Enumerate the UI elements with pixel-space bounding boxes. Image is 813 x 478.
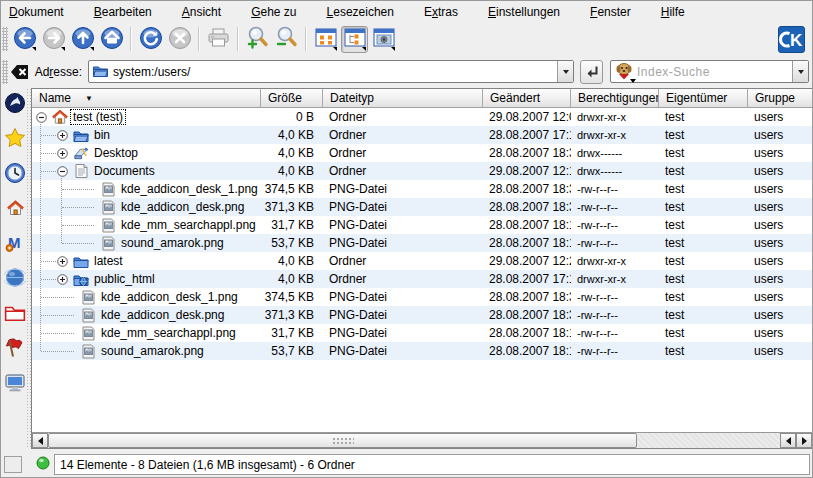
tree-expander-plus[interactable] bbox=[57, 274, 68, 285]
table-row[interactable]: public_html 4,0 KB Ordner 28.08.2007 17:… bbox=[32, 270, 812, 288]
tree-expander-plus[interactable] bbox=[57, 130, 68, 141]
index-search-input[interactable] bbox=[637, 65, 792, 79]
sidebar-tab-services-flag[interactable] bbox=[2, 336, 28, 362]
toolbar-handle[interactable] bbox=[2, 27, 8, 51]
menu-hilfe[interactable]: Hilfe bbox=[661, 3, 698, 21]
location-input[interactable] bbox=[113, 65, 557, 79]
image-file-icon bbox=[100, 217, 116, 233]
table-row[interactable]: kde_addicon_desk.png 371,3 KB PNG-Datei … bbox=[32, 306, 812, 324]
file-type: PNG-Datei bbox=[323, 308, 483, 322]
file-name[interactable]: latest bbox=[92, 254, 125, 268]
scroll-right-button[interactable] bbox=[796, 433, 812, 448]
file-tree-view: Name▼GrößeDateitypGeändertBerechtigungen… bbox=[31, 88, 813, 449]
table-row[interactable]: kde_mm_searchappl.png 31,7 KB PNG-Datei … bbox=[32, 216, 812, 234]
file-group: users bbox=[748, 236, 812, 250]
table-row[interactable]: bin 4,0 KB Ordner 28.08.2007 17:10 drwxr… bbox=[32, 126, 812, 144]
column-header-eigentmer[interactable]: Eigentümer bbox=[659, 89, 748, 108]
horizontal-scrollbar[interactable] bbox=[32, 432, 812, 448]
location-toolbar-handle[interactable] bbox=[2, 60, 8, 84]
back-button[interactable] bbox=[11, 26, 38, 53]
image-file-icon bbox=[80, 289, 96, 305]
sidebar-tab-devices-monitor[interactable] bbox=[2, 371, 28, 397]
sidebar-tab-root-folder[interactable] bbox=[2, 301, 28, 327]
column-header-gre[interactable]: Größe bbox=[261, 89, 323, 108]
column-header-gruppe[interactable]: Gruppe bbox=[748, 89, 813, 108]
sidebar-tab-wolf[interactable] bbox=[2, 91, 28, 117]
file-name[interactable]: kde_addicon_desk_1.png bbox=[119, 182, 260, 196]
tree-expander-plus[interactable] bbox=[57, 148, 68, 159]
search-combo-arrow[interactable] bbox=[792, 61, 808, 82]
file-name[interactable]: kde_addicon_desk.png bbox=[99, 308, 226, 322]
konqueror-window: DokumentBearbeitenAnsichtGehe zuLesezeic… bbox=[0, 0, 813, 478]
scrollbar-track[interactable] bbox=[637, 433, 780, 448]
clear-location-button[interactable] bbox=[10, 61, 31, 83]
sidebar-tab-metabar[interactable]: M bbox=[2, 231, 28, 257]
reload-button[interactable] bbox=[137, 26, 164, 53]
table-row[interactable]: kde_addicon_desk.png 371,3 KB PNG-Datei … bbox=[32, 198, 812, 216]
table-row[interactable]: kde_addicon_desk_1.png 374,5 KB PNG-Date… bbox=[32, 288, 812, 306]
tree-expander-minus[interactable] bbox=[57, 166, 68, 177]
tree-expander-plus[interactable] bbox=[57, 256, 68, 267]
image-file-icon bbox=[80, 343, 96, 359]
scrollbar-thumb[interactable] bbox=[48, 433, 637, 448]
file-name[interactable]: kde_mm_searchappl.png bbox=[99, 326, 238, 340]
file-name[interactable]: Documents bbox=[92, 164, 157, 178]
file-name[interactable]: kde_addicon_desk_1.png bbox=[99, 290, 240, 304]
column-header-berechtigungen[interactable]: Berechtigungen bbox=[571, 89, 659, 108]
zoom-out-icon bbox=[274, 25, 300, 53]
table-row[interactable]: kde_addicon_desk_1.png 374,5 KB PNG-Date… bbox=[32, 180, 812, 198]
icon-view-button[interactable] bbox=[312, 26, 339, 53]
sidebar-tab-network-globe[interactable] bbox=[2, 266, 28, 292]
file-size: 53,7 KB bbox=[261, 344, 323, 358]
menu-gehe-zu[interactable]: Gehe zu bbox=[251, 3, 309, 21]
scroll-left-button-2[interactable] bbox=[780, 433, 796, 448]
file-name[interactable]: kde_mm_searchappl.png bbox=[119, 218, 258, 232]
tree-expander-minus[interactable] bbox=[36, 112, 47, 123]
file-group: users bbox=[748, 218, 812, 232]
column-header-dateityp[interactable]: Dateityp bbox=[323, 89, 483, 108]
menu-lesezeichen[interactable]: Lesezeichen bbox=[327, 3, 407, 21]
file-name[interactable]: bin bbox=[92, 128, 112, 142]
file-permissions: -rw-r--r-- bbox=[571, 309, 659, 321]
sidebar-tab-home-folder[interactable] bbox=[2, 196, 28, 222]
file-name[interactable]: public_html bbox=[92, 272, 157, 286]
file-name[interactable]: Desktop bbox=[92, 146, 140, 160]
menu-extras[interactable]: Extras bbox=[424, 3, 471, 21]
go-button[interactable] bbox=[580, 60, 603, 84]
table-row[interactable]: test (test) 0 B Ordner 29.08.2007 12:09 … bbox=[32, 108, 812, 126]
menu-dokument[interactable]: Dokument bbox=[9, 3, 77, 21]
column-header-name[interactable]: Name▼ bbox=[32, 89, 261, 108]
location-combo[interactable] bbox=[88, 60, 574, 83]
print-button[interactable] bbox=[205, 26, 232, 53]
preview-view-button[interactable] bbox=[370, 26, 397, 53]
stop-button[interactable] bbox=[166, 26, 193, 53]
table-row[interactable]: latest 4,0 KB Ordner 29.08.2007 12:22 dr… bbox=[32, 252, 812, 270]
sidebar-tab-bookmarks-star[interactable] bbox=[2, 126, 28, 152]
menu-fenster[interactable]: Fenster bbox=[590, 3, 644, 21]
file-name[interactable]: sound_amarok.png bbox=[99, 344, 206, 358]
home-button[interactable] bbox=[98, 26, 125, 53]
menu-ansicht[interactable]: Ansicht bbox=[182, 3, 234, 21]
scroll-left-button[interactable] bbox=[32, 433, 48, 448]
file-name[interactable]: test (test) bbox=[71, 110, 125, 124]
dog-search-icon[interactable] bbox=[614, 61, 633, 83]
table-row[interactable]: Desktop 4,0 KB Ordner 28.08.2007 18:30 d… bbox=[32, 144, 812, 162]
table-row[interactable]: sound_amarok.png 53,7 KB PNG-Datei 28.08… bbox=[32, 342, 812, 360]
zoom-in-button[interactable] bbox=[244, 26, 271, 53]
sidebar-tab-history-clock[interactable] bbox=[2, 161, 28, 187]
forward-button[interactable] bbox=[40, 26, 67, 53]
table-row[interactable]: Documents 4,0 KB Ordner 29.08.2007 12:13… bbox=[32, 162, 812, 180]
menu-einstellungen[interactable]: Einstellungen bbox=[488, 3, 573, 21]
tree-view-button[interactable] bbox=[341, 26, 368, 53]
file-name[interactable]: sound_amarok.png bbox=[119, 236, 226, 250]
file-name[interactable]: kde_addicon_desk.png bbox=[119, 200, 246, 214]
file-permissions: -rw-r--r-- bbox=[571, 327, 659, 339]
up-button[interactable] bbox=[69, 26, 96, 53]
menu-bearbeiten[interactable]: Bearbeiten bbox=[94, 3, 165, 21]
table-row[interactable]: sound_amarok.png 53,7 KB PNG-Datei 28.08… bbox=[32, 234, 812, 252]
column-header-gendert[interactable]: Geändert bbox=[483, 89, 571, 108]
location-combo-arrow[interactable] bbox=[557, 61, 573, 82]
index-search-combo[interactable] bbox=[610, 60, 809, 83]
zoom-out-button[interactable] bbox=[273, 26, 300, 53]
table-row[interactable]: kde_mm_searchappl.png 31,7 KB PNG-Datei … bbox=[32, 324, 812, 342]
